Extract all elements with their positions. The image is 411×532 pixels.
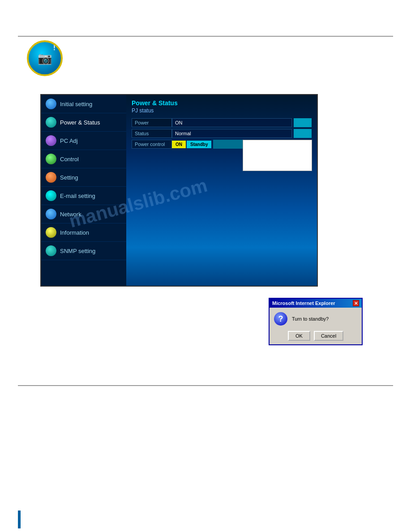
power-bar <box>294 118 312 127</box>
bottom-left-accent <box>18 511 21 528</box>
btn-on[interactable]: ON <box>172 141 186 148</box>
sidebar-item-initial-setting[interactable]: Initial setting <box>41 95 126 113</box>
initial-setting-icon <box>46 99 56 109</box>
ie-dialog: Microsoft Internet Explorer ✕ ? Turn to … <box>269 298 363 345</box>
sidebar: Initial settingPower & StatusPC AdjContr… <box>41 95 126 286</box>
ie-title: Microsoft Internet Explorer <box>272 300 335 306</box>
information-label: Information <box>60 229 89 236</box>
email-setting-label: E-mail setting <box>60 193 95 199</box>
sidebar-item-power-status[interactable]: Power & Status <box>41 113 126 132</box>
camera-icon: 📷 <box>38 51 52 65</box>
projector-panel: Initial settingPower & StatusPC AdjContr… <box>40 94 318 287</box>
logo-area: 📷 <box>27 40 63 76</box>
btn-standby[interactable]: Standby <box>187 141 211 148</box>
ie-message-row: ? Turn to standby? <box>274 312 357 326</box>
initial-setting-label: Initial setting <box>60 101 92 107</box>
sidebar-item-pc-adj[interactable]: PC Adj <box>41 132 126 150</box>
logo-icon: 📷 <box>27 40 63 76</box>
top-divider <box>18 36 393 37</box>
ie-cancel-button[interactable]: Cancel <box>314 331 343 341</box>
status-bar <box>294 129 312 138</box>
status-label: Status <box>132 129 172 138</box>
callout-box <box>243 140 312 171</box>
ie-buttons: OK Cancel <box>274 331 357 341</box>
snmp-setting-icon <box>46 245 56 256</box>
power-status-label: Power & Status <box>60 119 100 126</box>
setting-icon <box>46 172 56 183</box>
status-row: Status Normal <box>132 129 312 138</box>
pc-adj-icon <box>46 135 56 146</box>
ie-ok-button[interactable]: OK <box>288 331 310 341</box>
page-title: Power & Status <box>132 99 312 107</box>
information-icon <box>46 227 56 238</box>
email-setting-icon <box>46 190 56 201</box>
page-subtitle: PJ status <box>132 107 312 114</box>
ie-titlebar: Microsoft Internet Explorer ✕ <box>270 299 362 308</box>
pc-adj-label: PC Adj <box>60 137 78 144</box>
main-content: Power & Status PJ status Power ON Status… <box>126 95 317 286</box>
power-control-label: Power control <box>132 140 172 149</box>
power-status-icon <box>46 117 56 128</box>
power-label: Power <box>132 118 172 127</box>
setting-label: Setting <box>60 174 78 181</box>
ie-body: ? Turn to standby? OK Cancel <box>270 308 362 344</box>
network-label: Network <box>60 211 81 218</box>
ie-message-text: Turn to standby? <box>292 316 329 322</box>
sidebar-item-network[interactable]: Network <box>41 205 126 223</box>
control-icon <box>46 154 56 164</box>
snmp-setting-label: SNMP setting <box>60 248 95 254</box>
power-value: ON <box>172 118 292 127</box>
status-value: Normal <box>172 129 292 138</box>
sidebar-item-email-setting[interactable]: E-mail setting <box>41 187 126 205</box>
ie-close-button[interactable]: ✕ <box>353 300 359 306</box>
ie-question-icon: ? <box>274 312 287 326</box>
sidebar-item-information[interactable]: Information <box>41 223 126 242</box>
sidebar-item-control[interactable]: Control <box>41 150 126 168</box>
network-icon <box>46 209 56 219</box>
power-row: Power ON <box>132 118 312 127</box>
control-label: Control <box>60 156 79 163</box>
sidebar-item-setting[interactable]: Setting <box>41 168 126 187</box>
sidebar-item-snmp-setting[interactable]: SNMP setting <box>41 242 126 260</box>
bottom-divider <box>18 385 393 386</box>
